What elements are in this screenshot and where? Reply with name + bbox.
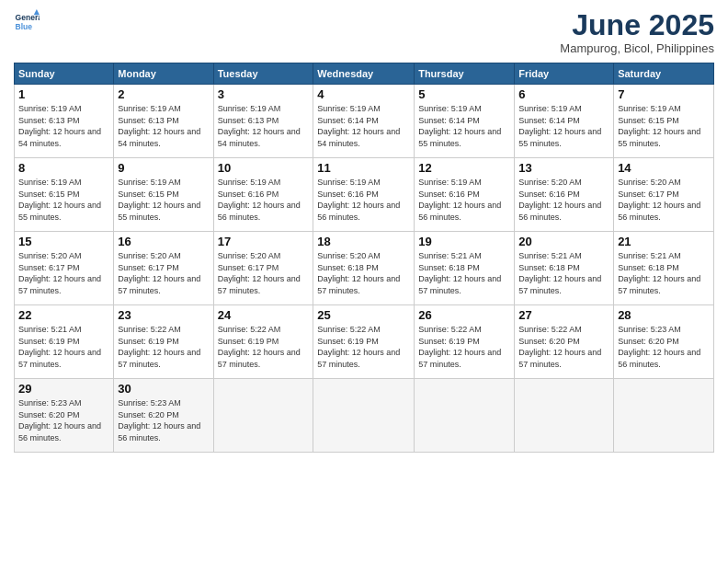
- sunset-label: Sunset: 6:19 PM: [317, 337, 379, 346]
- col-thursday: Thursday: [415, 63, 515, 85]
- day-info: Sunrise: 5:19 AM Sunset: 6:15 PM Dayligh…: [118, 177, 209, 223]
- col-wednesday: Wednesday: [313, 63, 415, 85]
- daylight-label: Daylight: 12 hours and 55 minutes.: [618, 127, 700, 148]
- table-row: 25 Sunrise: 5:22 AM Sunset: 6:19 PM Dayl…: [313, 305, 415, 379]
- day-info: Sunrise: 5:19 AM Sunset: 6:13 PM Dayligh…: [18, 103, 109, 149]
- sunrise-label: Sunrise: 5:23 AM: [618, 325, 681, 334]
- sunset-label: Sunset: 6:16 PM: [518, 190, 580, 199]
- day-info: Sunrise: 5:19 AM Sunset: 6:14 PM Dayligh…: [418, 103, 510, 149]
- sunset-label: Sunset: 6:18 PM: [317, 263, 379, 272]
- sunrise-label: Sunrise: 5:19 AM: [118, 104, 181, 113]
- sunrise-label: Sunrise: 5:21 AM: [518, 251, 582, 260]
- sunrise-label: Sunrise: 5:20 AM: [618, 178, 681, 187]
- table-row: 8 Sunrise: 5:19 AM Sunset: 6:15 PM Dayli…: [15, 158, 114, 232]
- day-number: 27: [518, 308, 609, 322]
- location: Mampurog, Bicol, Philippines: [560, 41, 714, 55]
- day-info: Sunrise: 5:23 AM Sunset: 6:20 PM Dayligh…: [618, 324, 710, 370]
- table-row: [415, 379, 515, 453]
- day-info: Sunrise: 5:19 AM Sunset: 6:15 PM Dayligh…: [18, 177, 109, 223]
- logo: General Blue: [14, 9, 40, 35]
- day-info: Sunrise: 5:20 AM Sunset: 6:16 PM Dayligh…: [518, 177, 609, 223]
- daylight-label: Daylight: 12 hours and 57 minutes.: [317, 348, 400, 369]
- table-row: 3 Sunrise: 5:19 AM Sunset: 6:13 PM Dayli…: [213, 85, 313, 158]
- month-title: June 2025: [560, 9, 714, 41]
- sunset-label: Sunset: 6:18 PM: [618, 263, 679, 272]
- table-row: 16 Sunrise: 5:20 AM Sunset: 6:17 PM Dayl…: [114, 232, 213, 305]
- day-info: Sunrise: 5:20 AM Sunset: 6:17 PM Dayligh…: [218, 250, 310, 296]
- day-number: 23: [118, 308, 209, 322]
- daylight-label: Daylight: 12 hours and 56 minutes.: [18, 421, 101, 442]
- sunrise-label: Sunrise: 5:20 AM: [118, 251, 181, 260]
- day-info: Sunrise: 5:19 AM Sunset: 6:16 PM Dayligh…: [418, 177, 510, 223]
- day-number: 22: [18, 308, 109, 322]
- day-number: 5: [418, 87, 510, 101]
- table-row: 17 Sunrise: 5:20 AM Sunset: 6:17 PM Dayl…: [213, 232, 313, 305]
- sunrise-label: Sunrise: 5:22 AM: [317, 325, 381, 334]
- sunset-label: Sunset: 6:16 PM: [317, 190, 379, 199]
- day-number: 10: [218, 161, 310, 175]
- day-number: 15: [18, 235, 109, 248]
- day-info: Sunrise: 5:22 AM Sunset: 6:19 PM Dayligh…: [418, 324, 510, 370]
- day-info: Sunrise: 5:21 AM Sunset: 6:18 PM Dayligh…: [518, 250, 609, 296]
- daylight-label: Daylight: 12 hours and 57 minutes.: [18, 348, 101, 369]
- table-row: 18 Sunrise: 5:20 AM Sunset: 6:18 PM Dayl…: [313, 232, 415, 305]
- sunset-label: Sunset: 6:13 PM: [218, 116, 279, 125]
- table-row: 28 Sunrise: 5:23 AM Sunset: 6:20 PM Dayl…: [614, 305, 714, 379]
- col-sunday: Sunday: [15, 63, 114, 85]
- table-row: 19 Sunrise: 5:21 AM Sunset: 6:18 PM Dayl…: [415, 232, 515, 305]
- day-number: 20: [518, 235, 609, 248]
- table-row: [515, 379, 614, 453]
- day-number: 4: [317, 87, 410, 101]
- sunset-label: Sunset: 6:15 PM: [18, 190, 80, 199]
- logo-icon: General Blue: [14, 9, 40, 35]
- day-info: Sunrise: 5:20 AM Sunset: 6:18 PM Dayligh…: [317, 250, 410, 296]
- day-number: 3: [218, 87, 310, 101]
- day-info: Sunrise: 5:20 AM Sunset: 6:17 PM Dayligh…: [118, 250, 209, 296]
- table-row: 20 Sunrise: 5:21 AM Sunset: 6:18 PM Dayl…: [515, 232, 614, 305]
- sunset-label: Sunset: 6:14 PM: [317, 116, 379, 125]
- day-number: 21: [618, 235, 710, 248]
- sunrise-label: Sunrise: 5:22 AM: [218, 325, 281, 334]
- day-info: Sunrise: 5:19 AM Sunset: 6:16 PM Dayligh…: [317, 177, 410, 223]
- sunset-label: Sunset: 6:17 PM: [18, 263, 80, 272]
- page-container: General Blue June 2025 Mampurog, Bicol, …: [0, 0, 728, 462]
- day-info: Sunrise: 5:23 AM Sunset: 6:20 PM Dayligh…: [18, 397, 109, 443]
- day-number: 30: [118, 382, 209, 396]
- day-number: 24: [218, 308, 310, 322]
- sunset-label: Sunset: 6:20 PM: [618, 337, 679, 346]
- daylight-label: Daylight: 12 hours and 57 minutes.: [418, 274, 501, 295]
- sunset-label: Sunset: 6:20 PM: [18, 410, 80, 419]
- daylight-label: Daylight: 12 hours and 54 minutes.: [18, 127, 101, 148]
- calendar-header-row: Sunday Monday Tuesday Wednesday Thursday…: [15, 63, 714, 85]
- day-number: 11: [317, 161, 410, 175]
- table-row: 10 Sunrise: 5:19 AM Sunset: 6:16 PM Dayl…: [213, 158, 313, 232]
- calendar-week-row: 1 Sunrise: 5:19 AM Sunset: 6:13 PM Dayli…: [15, 85, 714, 158]
- table-row: [313, 379, 415, 453]
- day-info: Sunrise: 5:19 AM Sunset: 6:14 PM Dayligh…: [518, 103, 609, 149]
- day-info: Sunrise: 5:19 AM Sunset: 6:14 PM Dayligh…: [317, 103, 410, 149]
- svg-text:Blue: Blue: [16, 22, 33, 31]
- table-row: 1 Sunrise: 5:19 AM Sunset: 6:13 PM Dayli…: [15, 85, 114, 158]
- table-row: 27 Sunrise: 5:22 AM Sunset: 6:20 PM Dayl…: [515, 305, 614, 379]
- sunset-label: Sunset: 6:16 PM: [218, 190, 279, 199]
- day-number: 7: [618, 87, 710, 101]
- table-row: 26 Sunrise: 5:22 AM Sunset: 6:19 PM Dayl…: [415, 305, 515, 379]
- day-info: Sunrise: 5:20 AM Sunset: 6:17 PM Dayligh…: [18, 250, 109, 296]
- calendar-week-row: 22 Sunrise: 5:21 AM Sunset: 6:19 PM Dayl…: [15, 305, 714, 379]
- table-row: 23 Sunrise: 5:22 AM Sunset: 6:19 PM Dayl…: [114, 305, 213, 379]
- day-number: 19: [418, 235, 510, 248]
- sunset-label: Sunset: 6:20 PM: [518, 337, 580, 346]
- day-info: Sunrise: 5:22 AM Sunset: 6:19 PM Dayligh…: [317, 324, 410, 370]
- day-number: 26: [418, 308, 510, 322]
- daylight-label: Daylight: 12 hours and 57 minutes.: [518, 348, 601, 369]
- sunrise-label: Sunrise: 5:22 AM: [118, 325, 181, 334]
- day-info: Sunrise: 5:23 AM Sunset: 6:20 PM Dayligh…: [118, 397, 209, 443]
- sunset-label: Sunset: 6:20 PM: [118, 410, 179, 419]
- daylight-label: Daylight: 12 hours and 56 minutes.: [618, 348, 700, 369]
- table-row: 2 Sunrise: 5:19 AM Sunset: 6:13 PM Dayli…: [114, 85, 213, 158]
- sunrise-label: Sunrise: 5:19 AM: [618, 104, 681, 113]
- day-info: Sunrise: 5:21 AM Sunset: 6:19 PM Dayligh…: [18, 324, 109, 370]
- sunrise-label: Sunrise: 5:19 AM: [18, 178, 82, 187]
- sunrise-label: Sunrise: 5:23 AM: [118, 398, 181, 408]
- day-number: 2: [118, 87, 209, 101]
